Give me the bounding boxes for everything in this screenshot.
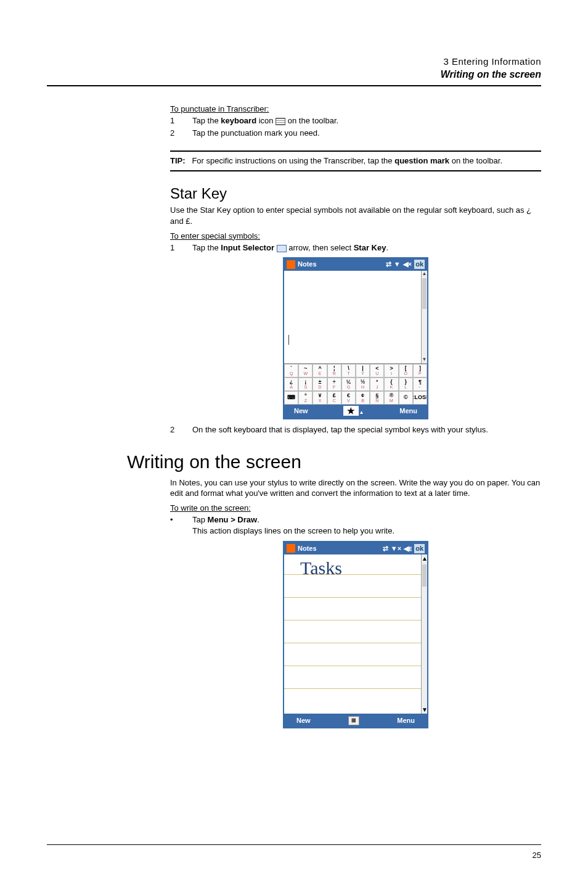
text-fragment: . [386,243,388,252]
step-text: Tap the Input Selector arrow, then selec… [192,242,541,253]
step-text: Tap the punctuation mark you need. [192,128,541,139]
scrollbar[interactable]: ▲ ▼ [421,554,427,714]
key[interactable]: ¢B [356,391,370,405]
bullet: • [170,514,192,525]
device-titlebar: Notes ⇄ ▼× ◀ᴇ ok [284,542,427,554]
punctuate-heading: To punctuate in Transcriber: [170,104,541,115]
text-fragment: . [257,515,259,524]
key[interactable]: ~W [298,364,312,377]
header-section: Writing on the screen [47,68,541,81]
note-area[interactable]: | ▲ ▼ [284,271,427,363]
scroll-thumb[interactable] [422,278,427,309]
star-key-heading: Star Key [170,184,541,204]
key[interactable]: }L [399,377,413,391]
keyword-bold: question mark [394,156,449,165]
key[interactable]: ^E [312,364,327,377]
scroll-up-icon[interactable]: ▲ [422,554,427,563]
keyword-bold: Input Selector [221,243,274,252]
key[interactable]: >I [384,364,398,377]
app-title: Notes [298,544,317,553]
key[interactable]: <U [370,364,384,377]
draw-area[interactable]: Tasks ▲ ▼ [284,554,427,714]
step-number: 1 [170,242,192,253]
softkey-menu[interactable]: Menu [399,406,417,416]
keyboard-toggle-icon[interactable]: ▦ [348,716,359,725]
scroll-down-icon[interactable]: ▼ [422,706,427,714]
key[interactable]: ]P [413,364,427,377]
softkey-menu[interactable]: Menu [397,716,415,725]
text-fragment: For specific instructions on using the T… [192,156,394,165]
key[interactable]: ¿A [284,377,298,391]
device-screenshot-starkey: Notes ⇄ ▼ ◀× ok | ▲ ▼ `Q~W^E¦R\T|Y<U>I[O… [283,257,428,419]
key[interactable]: ¦R [327,364,341,377]
step-number: 2 [170,128,192,139]
key[interactable]: §N [370,391,384,405]
sync-icon: ⇄ [386,260,391,269]
text-fragment: Tap [192,515,208,524]
keyword-bold: keyboard [221,116,256,125]
keyword-bold: Star Key [354,243,386,252]
key[interactable]: ²J [370,377,384,391]
key[interactable]: ¡S [298,377,312,391]
header-rule [47,85,541,86]
header-chapter: 3 Entering Information [47,56,541,68]
start-flag-icon [287,544,295,553]
scrollbar[interactable]: ▲ ▼ [421,271,427,363]
key[interactable]: ⌨ [284,391,298,405]
page-number: 25 [533,850,541,861]
device-screenshot-draw: Notes ⇄ ▼× ◀ᴇ ok Tasks ▲ ▼ New ▦ Menu [283,541,428,728]
scroll-up-icon[interactable]: ▲ [422,271,427,278]
text-cursor: | [288,332,290,346]
scroll-thumb[interactable] [422,564,427,587]
key[interactable]: €V [341,391,356,405]
key[interactable]: ¶← [413,377,427,391]
handwriting-sample: Tasks [300,556,342,581]
ok-button[interactable]: ok [414,260,425,269]
key[interactable]: ºZ [298,391,312,405]
text-fragment: on the toolbar. [449,156,502,165]
scroll-down-icon[interactable]: ▼ [422,357,427,363]
bullet-continuation: This action displays lines on the screen… [192,525,541,537]
device-titlebar: Notes ⇄ ▼ ◀× ok [284,258,427,271]
key[interactable]: \T [341,364,356,377]
footer-rule [47,844,541,845]
writing-heading: Writing on the screen [127,450,541,475]
device-softkeys: New ★▲ Menu [284,405,427,418]
sync-icon: ⇄ [383,544,388,553]
text-fragment: Tap the [192,243,221,252]
key[interactable]: £C [327,391,341,405]
text-fragment: icon [256,116,276,125]
star-intro: Use the Star Key option to enter special… [170,205,541,226]
soft-keyboard[interactable]: `Q~W^E¦R\T|Y<U>I[O]P ¿A¡S±D÷F¼G½H²J{K}L¶… [284,363,427,405]
input-selector-icon [277,245,287,252]
key[interactable]: ÷F [327,377,341,391]
signal-icon: ▼ [394,260,401,269]
key[interactable]: [O [399,364,413,377]
step-text: On the soft keyboard that is displayed, … [192,424,541,435]
key[interactable]: ½H [356,377,370,391]
key[interactable]: {K [384,377,398,391]
text-fragment: Tap the [192,116,221,125]
device-softkeys: New ▦ Menu [284,714,427,727]
up-arrow-icon: ▲ [359,410,364,415]
text-fragment: arrow, then select [287,243,354,252]
step-number: 1 [170,115,192,126]
key[interactable]: |Y [356,364,370,377]
ok-button[interactable]: ok [414,544,425,553]
key[interactable]: `Q [284,364,298,377]
enter-symbols-heading: To enter special symbols: [170,231,541,242]
softkey-new[interactable]: New [294,406,308,416]
speaker-icon: ◀ᴇ [404,544,412,553]
step-text: Tap the keyboard icon on the toolbar. [192,115,541,126]
key[interactable]: ±D [312,377,327,391]
app-title: Notes [298,260,317,269]
bullet-text: Tap Menu > Draw. [192,514,259,525]
key[interactable]: ¼G [341,377,356,391]
key[interactable]: ®M [384,391,398,405]
softkey-new[interactable]: New [296,716,311,725]
write-on-screen-heading: To write on the screen: [170,503,541,514]
key[interactable]: CLOSE [413,391,427,405]
softkey-star[interactable]: ★▲ [343,405,364,417]
key[interactable]: ¥X [312,391,327,405]
key[interactable]: © [399,391,413,405]
